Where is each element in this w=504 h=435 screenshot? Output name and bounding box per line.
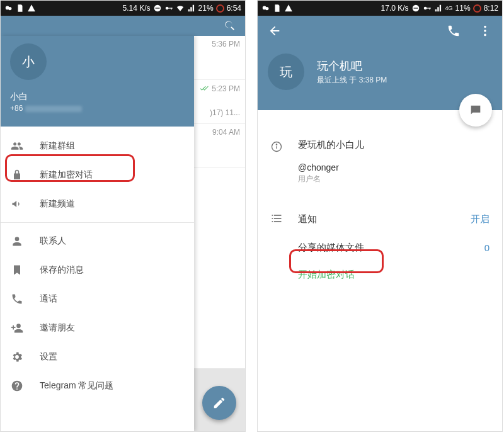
status-bar: 17.0 K/s 4G 11% 8:12 (258, 1, 502, 16)
drawer-user-name: 小白 (10, 91, 185, 103)
svg-rect-25 (274, 221, 282, 222)
chats-header (1, 16, 245, 36)
svg-rect-6 (171, 8, 171, 9)
signal-icon (434, 4, 443, 13)
menu-separator (1, 222, 194, 223)
info-icon (270, 139, 298, 155)
menu-faq[interactable]: Telegram 常见问题 (1, 371, 194, 400)
svg-rect-21 (274, 215, 282, 216)
clock-icon (473, 4, 481, 13)
svg-rect-12 (426, 8, 430, 8)
svg-point-16 (484, 34, 486, 37)
profile-username-label: 用户名 (298, 174, 490, 184)
sd-icon (273, 4, 282, 13)
menu-new-secret-chat[interactable]: 新建加密对话 (1, 161, 194, 189)
svg-rect-22 (272, 218, 273, 219)
svg-point-4 (165, 7, 168, 10)
bookmark-icon (11, 264, 28, 276)
shared-media-row[interactable]: 分享的媒体文件 0 (258, 234, 502, 261)
compose-fab[interactable] (202, 386, 236, 420)
back-button[interactable] (268, 24, 282, 40)
shared-media-count: 0 (484, 242, 490, 253)
network-type: 4G (445, 5, 453, 11)
megaphone-icon (11, 198, 28, 210)
wechat-icon (261, 4, 270, 13)
phone-icon (11, 293, 28, 305)
clock-icon (216, 4, 224, 13)
status-time: 6:54 (227, 4, 241, 13)
vpn-key-icon (423, 4, 432, 13)
menu-saved-messages[interactable]: 保存的消息 (1, 256, 194, 285)
svg-rect-5 (168, 8, 172, 8)
navigation-drawer: 小 小白 +86 新建群组 新建加密对话 新建频道 (1, 36, 194, 431)
svg-point-19 (276, 144, 277, 145)
notifications-value: 开启 (471, 213, 490, 225)
status-speed: 17.0 K/s (381, 4, 409, 13)
chat-row[interactable]: 5:36 PM (194, 36, 245, 80)
person-add-icon (11, 322, 28, 334)
person-icon (11, 235, 28, 247)
status-battery: 21% (198, 4, 214, 13)
chat-list-partial: 5:36 PM 5:23 PM )17) 11... 9:04 AM (193, 36, 245, 431)
message-fab[interactable] (459, 94, 492, 127)
left-phone: 5.14 K/s 21% 6:54 5:36 PM 5:23 PM )1 (0, 0, 246, 432)
dnd-icon (153, 4, 162, 13)
warning-icon (284, 4, 293, 13)
drawer-header[interactable]: 小 小白 +86 (1, 36, 194, 127)
profile-header: 玩 玩个机吧 最近上线 于 3:38 PM (258, 16, 502, 110)
menu-calls[interactable]: 通话 (1, 285, 194, 314)
read-checks-icon (200, 84, 209, 94)
sd-icon (16, 4, 25, 13)
menu-new-group[interactable]: 新建群组 (1, 132, 194, 161)
menu-new-channel[interactable]: 新建频道 (1, 189, 194, 218)
search-icon[interactable] (224, 20, 236, 35)
pencil-icon (212, 396, 226, 410)
menu-contacts[interactable]: 联系人 (1, 227, 194, 256)
status-battery: 11% (455, 4, 471, 13)
status-time: 8:12 (484, 4, 498, 13)
profile-username[interactable]: @chonger (298, 162, 490, 172)
chat-row[interactable]: 9:04 AM (194, 124, 245, 168)
group-icon (11, 140, 28, 152)
avatar[interactable]: 玩 (268, 54, 304, 90)
profile-display-name: 爱玩机的小白儿 (298, 139, 490, 151)
dnd-icon (411, 4, 420, 13)
status-speed: 5.14 K/s (123, 4, 151, 13)
svg-point-14 (484, 26, 486, 28)
menu-invite-friends[interactable]: 邀请朋友 (1, 314, 194, 342)
wechat-icon (4, 4, 13, 13)
svg-rect-3 (155, 8, 159, 8)
lock-icon (11, 169, 28, 181)
svg-point-15 (484, 30, 486, 32)
wifi-icon (176, 4, 185, 13)
svg-point-11 (423, 7, 427, 10)
signal-icon (187, 4, 196, 13)
svg-rect-20 (272, 215, 273, 216)
notifications-row[interactable]: 通知 开启 (258, 205, 502, 234)
gear-icon (11, 351, 28, 363)
vpn-key-icon (164, 4, 173, 13)
svg-rect-23 (274, 218, 282, 219)
chat-icon (469, 103, 483, 117)
profile-last-seen: 最近上线 于 3:38 PM (317, 75, 387, 86)
svg-rect-10 (413, 8, 418, 8)
svg-rect-13 (429, 8, 430, 9)
chat-row[interactable]: 5:23 PM )17) 11... (194, 80, 245, 124)
avatar: 小 (10, 43, 47, 80)
menu-settings[interactable]: 设置 (1, 342, 194, 371)
right-phone: 17.0 K/s 4G 11% 8:12 玩 玩个机吧 最近上线 于 3:38 … (257, 0, 503, 432)
list-icon (270, 212, 298, 227)
more-button[interactable] (478, 24, 492, 40)
help-icon (11, 380, 28, 392)
svg-point-8 (265, 7, 268, 10)
drawer-user-phone: +86 (10, 104, 185, 113)
warning-icon (27, 4, 36, 13)
status-bar: 5.14 K/s 21% 6:54 (1, 1, 245, 16)
call-button[interactable] (447, 24, 461, 40)
svg-point-1 (8, 7, 11, 10)
profile-info-section: 爱玩机的小白儿 @chonger 用户名 (258, 139, 502, 184)
svg-rect-24 (272, 221, 273, 222)
profile-name: 玩个机吧 (317, 59, 387, 74)
start-secret-chat-row[interactable]: 开始加密对话 (258, 261, 502, 288)
